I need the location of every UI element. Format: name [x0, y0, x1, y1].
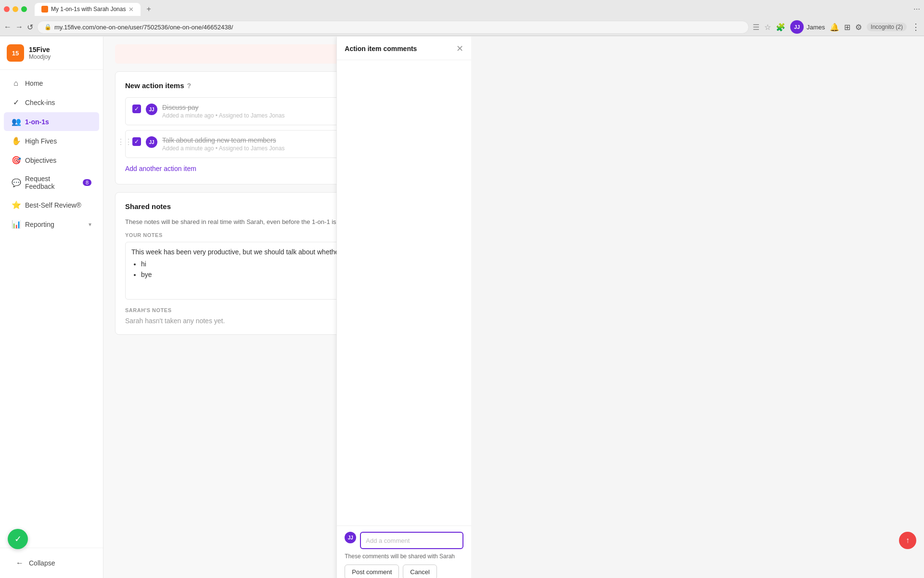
comments-body	[337, 60, 471, 525]
scroll-to-top-button[interactable]: ↑	[899, 532, 916, 549]
action-items-title: New action items ?	[125, 81, 191, 90]
action-item-avatar: JJ	[146, 104, 157, 115]
sidebar-item-highfives[interactable]: ✋ High Fives	[4, 131, 99, 150]
lock-icon: 🔒	[44, 24, 51, 30]
browser-right-controls: ⋯	[913, 5, 920, 13]
comments-panel-title: Action item comments	[345, 45, 417, 53]
sidebar-logo: 15 15Five Moodjoy	[0, 37, 103, 70]
app-logo-icon: 15	[7, 44, 24, 62]
home-icon: ⌂	[12, 79, 20, 88]
logo-text: 15Five Moodjoy	[29, 46, 51, 60]
action-item-comments-panel: Action item comments ✕ JJ These comments…	[336, 37, 471, 578]
main-wrapper: New action items ? Hide ✓ JJ Discuss pay…	[103, 37, 471, 578]
address-bar[interactable]: 🔒 my.15five.com/one-on-one/user/7502536/…	[37, 21, 749, 34]
reporting-icon: 📊	[12, 220, 20, 229]
grid-icon[interactable]: ⊞	[844, 23, 850, 32]
maximize-dot[interactable]	[21, 6, 27, 12]
comment-input-row: JJ	[345, 532, 463, 549]
window-controls	[4, 6, 27, 12]
sidebar-item-reporting-label: Reporting	[25, 221, 54, 228]
tab-close-button[interactable]: ✕	[128, 6, 134, 13]
incognito-badge: Incognito (2)	[867, 23, 907, 31]
collapse-label: Collapse	[29, 559, 55, 567]
content-area: New action items ? Hide ✓ JJ Discuss pay…	[103, 37, 471, 578]
close-dot[interactable]	[4, 6, 10, 12]
commenter-avatar: JJ	[345, 532, 356, 543]
sidebar-item-requestfeedback-label: Request Feedback	[25, 175, 78, 190]
objectives-icon: 🎯	[12, 156, 20, 165]
bookmark-icon[interactable]: ☆	[764, 23, 771, 32]
checkins-icon: ✓	[12, 98, 20, 107]
browser-tab[interactable]: My 1-on-1s with Sarah Jonas ✕	[35, 3, 141, 16]
sidebar-item-checkins[interactable]: ✓ Check-ins	[4, 93, 99, 112]
sidebar-item-bestself-label: Best-Self Review®	[25, 201, 81, 209]
minimize-dot[interactable]	[13, 6, 18, 12]
comments-input-area: JJ These comments will be shared with Sa…	[337, 525, 471, 578]
notifications-icon[interactable]: 🔔	[830, 23, 839, 32]
sidebar-item-1on1s[interactable]: 👥 1-on-1s	[4, 112, 99, 131]
reporting-chevron-icon: ▾	[89, 221, 91, 228]
cancel-comment-button[interactable]: Cancel	[403, 565, 436, 578]
user-avatar: JJ	[790, 20, 804, 34]
sidebar-item-bestself[interactable]: ⭐ Best-Self Review®	[4, 196, 99, 214]
drag-handle-icon[interactable]: ⋮⋮	[117, 137, 132, 146]
add-action-item-button[interactable]: Add another action item	[125, 163, 196, 174]
sidebar-item-checkins-label: Check-ins	[25, 99, 55, 106]
forward-button[interactable]: →	[15, 23, 23, 31]
tab-title: My 1-on-1s with Sarah Jonas	[51, 6, 126, 13]
sidebar-item-reporting[interactable]: 📊 Reporting ▾	[4, 215, 99, 234]
user-profile-area: JJ James	[790, 20, 825, 34]
1on1s-icon: 👥	[12, 117, 20, 126]
action-item-avatar: JJ	[146, 136, 157, 148]
sidebar-item-home-label: Home	[25, 79, 43, 87]
comments-header: Action item comments ✕	[337, 37, 471, 60]
reload-button[interactable]: ↺	[27, 23, 33, 32]
sidebar-item-home[interactable]: ⌂ Home	[4, 74, 99, 92]
reader-icon[interactable]: ☰	[753, 23, 759, 32]
sidebar: 15 15Five Moodjoy ⌂ Home ✓ Check-ins 👥 1…	[0, 37, 103, 578]
sidebar-item-highfives-label: High Fives	[25, 137, 57, 145]
url-text: my.15five.com/one-on-one/user/7502536/on…	[54, 24, 233, 31]
shared-notes-title: Shared notes	[125, 202, 171, 210]
app-subtitle: Moodjoy	[29, 53, 51, 60]
user-name: James	[807, 24, 825, 31]
sidebar-footer: ← Collapse	[0, 548, 103, 578]
post-comment-button[interactable]: Post comment	[345, 565, 399, 578]
back-button[interactable]: ←	[4, 23, 12, 31]
sidebar-item-objectives-label: Objectives	[25, 157, 56, 164]
sidebar-navigation: ⌂ Home ✓ Check-ins 👥 1-on-1s ✋ High Five…	[0, 70, 103, 548]
requestfeedback-icon: 💬	[12, 178, 20, 187]
new-tab-button[interactable]: +	[144, 5, 153, 13]
settings-icon[interactable]: ⚙	[855, 23, 862, 32]
tab-favicon	[41, 6, 48, 13]
help-icon[interactable]: ?	[187, 82, 192, 90]
sidebar-item-1on1s-label: 1-on-1s	[25, 118, 49, 126]
browser-chrome: My 1-on-1s with Sarah Jonas ✕ + ⋯	[0, 0, 924, 18]
checkin-widget[interactable]: ✓	[8, 529, 28, 549]
comment-hint: These comments will be shared with Sarah	[345, 553, 463, 560]
requestfeedback-badge: 8	[83, 179, 91, 186]
app-title: 15Five	[29, 46, 51, 53]
highfives-icon: ✋	[12, 136, 20, 145]
comment-input[interactable]	[360, 532, 463, 549]
sidebar-item-requestfeedback[interactable]: 💬 Request Feedback 8	[4, 170, 99, 195]
action-item-checkbox[interactable]: ✓	[132, 105, 141, 113]
extensions-icon[interactable]: 🧩	[776, 23, 785, 32]
browser-dots-icon: ⋯	[913, 5, 920, 13]
collapse-button[interactable]: ← Collapse	[8, 554, 95, 572]
comments-close-button[interactable]: ✕	[456, 44, 463, 53]
action-item-checkbox[interactable]: ✓	[132, 137, 141, 146]
comment-actions: Post comment Cancel	[345, 565, 463, 578]
collapse-icon: ←	[15, 559, 24, 567]
menu-icon[interactable]: ⋮	[911, 22, 920, 32]
bestself-icon: ⭐	[12, 200, 20, 210]
sidebar-item-objectives[interactable]: 🎯 Objectives	[4, 151, 99, 170]
